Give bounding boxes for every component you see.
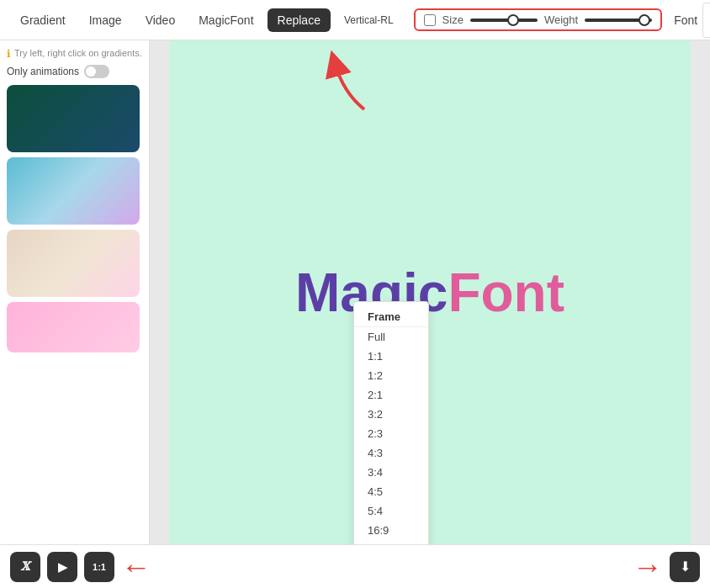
gradient-swatch-3[interactable] [7, 230, 140, 297]
bottom-bar: 𝕏 ▶ 1:1 ← → ⬇ [0, 544, 710, 588]
frame-item-2-3[interactable]: 2:3 [354, 424, 428, 443]
main-content: ℹ Try left, right click on gradients. On… [0, 40, 710, 544]
frame-item-9-16[interactable]: 9:16 [354, 540, 428, 544]
tab-video[interactable]: Video [135, 8, 186, 32]
only-animations-row: Only animations [7, 65, 142, 78]
sidebar: ℹ Try left, right click on gradients. On… [0, 40, 150, 544]
font-label: Font [674, 13, 697, 27]
tab-gradient[interactable]: Gradient [10, 8, 76, 32]
frame-dropdown: Frame Full 1:1 1:2 2:1 3:2 2:3 4:3 3:4 4… [353, 301, 429, 544]
toolbar-group: Size Weight [414, 8, 663, 31]
frame-item-1-1[interactable]: 1:1 [354, 347, 428, 366]
toggle-thumb [86, 66, 96, 77]
magic-font-display: MagicFont [295, 262, 564, 324]
weight-slider-thumb[interactable] [638, 14, 650, 26]
canvas-area: MagicFont Frame Full 1:1 1:2 2:1 3:2 2:3… [150, 40, 710, 544]
frame-item-5-4[interactable]: 5:4 [354, 501, 428, 521]
font-dropdown[interactable]: Arial Black ▼ [702, 3, 710, 38]
weight-label: Weight [544, 13, 578, 26]
twitter-button[interactable]: 𝕏 [10, 552, 40, 582]
frame-item-4-3[interactable]: 4:3 [354, 443, 428, 463]
gradient-swatch-1[interactable] [7, 85, 140, 152]
font-section: Font Arial Black ▼ [674, 3, 710, 38]
frame-item-2-1[interactable]: 2:1 [354, 385, 428, 405]
sidebar-hint: ℹ Try left, right click on gradients. [7, 47, 142, 61]
frame-item-1-2[interactable]: 1:2 [354, 366, 428, 385]
download-button[interactable]: ⬇ [670, 552, 700, 582]
frame-item-4-5[interactable]: 4:5 [354, 482, 428, 501]
font-text: Font [448, 262, 564, 323]
arrow-right-icon: → [633, 549, 663, 585]
tab-image[interactable]: Image [79, 8, 132, 32]
size-slider[interactable] [470, 19, 538, 22]
canvas: MagicFont [169, 40, 691, 544]
size-checkbox[interactable] [424, 14, 436, 26]
size-label: Size [442, 13, 464, 26]
bottom-left: 𝕏 ▶ 1:1 ← [10, 549, 151, 585]
arrow-left-icon: ← [121, 549, 151, 585]
top-nav: Gradient Image Video MagicFont Replace V… [0, 0, 710, 40]
weight-slider[interactable] [585, 19, 652, 22]
ratio-button[interactable]: 1:1 [84, 552, 114, 582]
tab-magicfont[interactable]: MagicFont [188, 8, 263, 32]
frame-item-full[interactable]: Full [354, 327, 428, 347]
frame-item-16-9[interactable]: 16:9 [354, 521, 428, 540]
tab-replace[interactable]: Replace [268, 8, 331, 32]
bottom-right: → ⬇ [633, 549, 700, 585]
gradient-swatch-4[interactable] [7, 302, 140, 352]
size-slider-thumb[interactable] [507, 14, 519, 26]
tab-vertical-rl[interactable]: Vertical-RL [334, 9, 404, 31]
frame-item-3-4[interactable]: 3:4 [354, 463, 428, 482]
app-container: Gradient Image Video MagicFont Replace V… [0, 0, 710, 588]
info-icon: ℹ [7, 48, 11, 61]
frame-item-3-2[interactable]: 3:2 [354, 405, 428, 424]
gradient-swatch-2[interactable] [7, 157, 140, 225]
frame-dropdown-header: Frame [354, 305, 428, 327]
download-icon: ⬇ [680, 559, 691, 575]
youtube-button[interactable]: ▶ [47, 552, 77, 582]
only-animations-toggle[interactable] [84, 65, 109, 78]
